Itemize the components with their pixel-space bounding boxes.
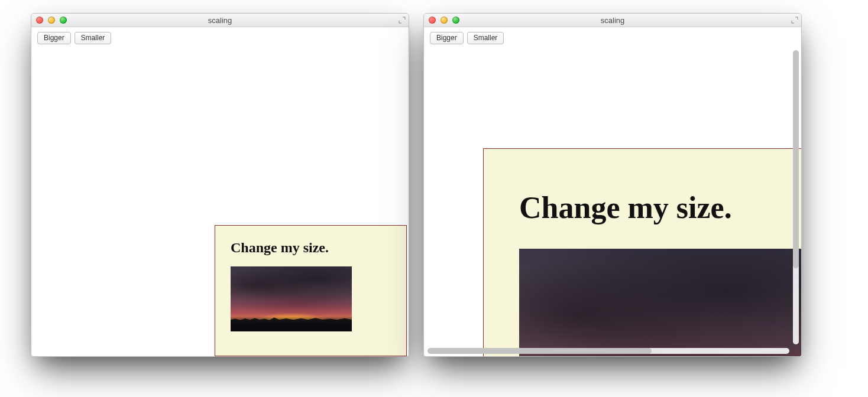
minimize-icon[interactable] xyxy=(48,17,55,24)
window-title: scaling xyxy=(424,16,801,25)
toolbar: Bigger Smaller xyxy=(424,27,801,49)
titlebar[interactable]: scaling xyxy=(31,14,409,27)
horizontal-scrollbar[interactable] xyxy=(427,348,789,354)
titlebar[interactable]: scaling xyxy=(424,14,801,27)
minimize-icon[interactable] xyxy=(441,17,448,24)
smaller-button[interactable]: Smaller xyxy=(75,32,112,44)
window-title: scaling xyxy=(31,16,409,25)
close-icon[interactable] xyxy=(36,17,43,24)
content-card: Change my size. xyxy=(483,148,801,356)
app-window: scaling Bigger Smaller Change my size. xyxy=(423,13,802,357)
bigger-button[interactable]: Bigger xyxy=(37,32,71,44)
sunset-image xyxy=(519,249,801,356)
smaller-button[interactable]: Smaller xyxy=(467,32,504,44)
content-viewport[interactable]: Change my size. xyxy=(424,48,801,356)
vertical-scrollbar[interactable] xyxy=(793,50,799,344)
card-heading: Change my size. xyxy=(519,190,801,225)
close-icon[interactable] xyxy=(429,17,436,24)
zoom-icon[interactable] xyxy=(452,17,459,24)
app-window: scaling Bigger Smaller Change my size. xyxy=(31,13,409,357)
fullscreen-icon[interactable] xyxy=(791,16,799,24)
sunset-image xyxy=(231,266,352,331)
fullscreen-icon[interactable] xyxy=(398,16,406,24)
zoom-icon[interactable] xyxy=(60,17,67,24)
card-heading: Change my size. xyxy=(231,240,391,256)
content-card: Change my size. xyxy=(215,225,407,356)
bigger-button[interactable]: Bigger xyxy=(430,32,464,44)
content-viewport: Change my size. xyxy=(31,48,409,356)
toolbar: Bigger Smaller xyxy=(31,27,409,49)
